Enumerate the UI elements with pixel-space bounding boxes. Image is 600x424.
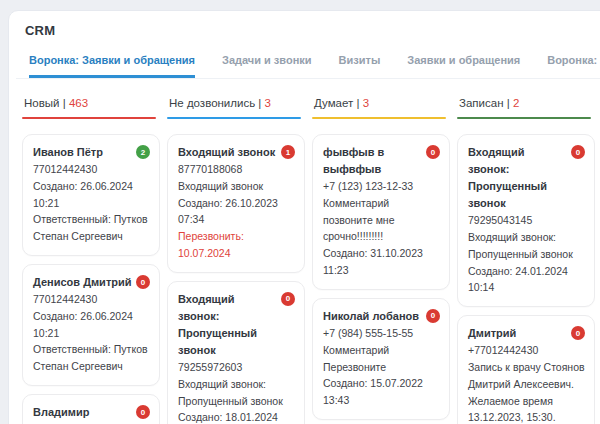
card-header: Входящий звонок: Пропущенный звонок0 (178, 291, 295, 359)
lead-card[interactable]: фывфыв в выфвфыв0+7 (123) 123-12-33Комме… (312, 134, 450, 290)
card-detail-line: Создано: 26.06.2024 10:21 (33, 308, 150, 342)
tab-3[interactable]: Заявки и обращения (407, 54, 520, 78)
tab-0[interactable]: Воронка: Заявки и обращения (29, 54, 195, 78)
card-detail-line: Создано: 31.10.2023 11:23 (323, 245, 440, 279)
card-detail-line: Ответственный: Путков Степан Сергеевич (33, 341, 150, 375)
lead-card[interactable]: Дмитрий0+77012442430Запись к врачу Стоян… (457, 315, 595, 424)
card-title: Николай лобанов (323, 308, 422, 325)
kanban-column-1: Не дозвонились | 3Входящий звонок1877701… (167, 97, 305, 424)
card-detail-line: 77012442430 (33, 161, 150, 178)
card-title: Входящий звонок (178, 144, 277, 161)
card-header: фывфыв в выфвфыв0 (323, 144, 440, 178)
card-detail-line: Входящий звонок: Пропущенный звонок (178, 376, 295, 410)
card-title: Входящий звонок: Пропущенный звонок (468, 144, 567, 212)
card-detail-line: Запись к врачу Стоянов Дмитрий Алексееви… (468, 359, 585, 424)
card-header: Иванов Пётр2 (33, 144, 150, 161)
card-detail-line: Комментарий позвоните мне срочно!!!!!!!!… (323, 195, 440, 245)
column-header: Не дозвонились | 3 (167, 97, 305, 109)
column-cards: фывфыв в выфвфыв0+7 (123) 123-12-33Комме… (312, 134, 450, 424)
tab-1[interactable]: Задачи и звонки (222, 54, 312, 78)
column-name: Не дозвонились (169, 97, 255, 109)
lead-card[interactable]: Иванов Пётр277012442430Создано: 26.06.20… (22, 134, 160, 256)
card-detail-line: Создано: 24.01.2024 10:14 (468, 263, 585, 297)
lead-card[interactable]: Владимир0+77478125288Запись к врачу Стоя… (22, 394, 160, 424)
column-accent-line (22, 117, 156, 119)
card-detail-line: Входящий звонок: Пропущенный звонок (468, 229, 585, 263)
card-title: Владимир (33, 404, 132, 421)
kanban-column-2: Думает | 3фывфыв в выфвфыв0+7 (123) 123-… (312, 97, 450, 424)
task-count-badge: 0 (571, 145, 585, 159)
column-count: 463 (69, 97, 88, 109)
column-cards: Входящий звонок: Пропущенный звонок07929… (457, 134, 595, 424)
task-count-badge: 2 (136, 145, 150, 159)
task-count-badge: 0 (136, 275, 150, 289)
card-detail-line: 87770188068 (178, 161, 295, 178)
column-count: 3 (265, 97, 271, 109)
card-header: Входящий звонок: Пропущенный звонок0 (468, 144, 585, 212)
card-detail-line: 77012442430 (33, 291, 150, 308)
card-title: Денисов Дмитрий (33, 274, 132, 291)
card-detail-line: Создано: 18.01.2024 15:27 (178, 409, 295, 424)
column-accent-line (167, 117, 301, 119)
lead-card[interactable]: Входящий звонок: Пропущенный звонок07929… (457, 134, 595, 307)
column-header: Записан | 2 (457, 97, 595, 109)
kanban-board: Новый | 463Иванов Пётр277012442430Создан… (16, 97, 600, 424)
kanban-column-0: Новый | 463Иванов Пётр277012442430Создан… (22, 97, 160, 424)
tab-4[interactable]: Воронка: Планы лечений (547, 54, 600, 78)
column-header: Новый | 463 (22, 97, 160, 109)
column-accent-line (312, 117, 446, 119)
card-header: Входящий звонок1 (178, 144, 295, 161)
column-cards: Иванов Пётр277012442430Создано: 26.06.20… (22, 134, 160, 424)
card-detail-line: 79295043145 (468, 212, 585, 229)
kanban-column-3: Записан | 2Входящий звонок: Пропущенный … (457, 97, 595, 424)
task-count-badge: 1 (281, 145, 295, 159)
page-title: CRM (16, 23, 600, 38)
card-header: Николай лобанов0 (323, 308, 440, 325)
tab-bar: Воронка: Заявки и обращенияЗадачи и звон… (16, 54, 600, 79)
card-detail-line: Создано: 26.10.2023 07:34 (178, 195, 295, 229)
card-detail-line: +7 (123) 123-12-33 (323, 178, 440, 195)
card-detail-line: Входящий звонок (178, 178, 295, 195)
column-name: Новый (24, 97, 60, 109)
task-count-badge: 0 (426, 145, 440, 159)
column-count: 3 (363, 97, 369, 109)
lead-card[interactable]: Николай лобанов0+7 (984) 555-15-55Коммен… (312, 298, 450, 420)
tab-2[interactable]: Визиты (339, 54, 381, 78)
card-detail-line: Ответственный: Путков Степан Сергеевич (33, 211, 150, 245)
card-detail-line: Создано: 26.06.2024 10:21 (33, 178, 150, 212)
card-header: Денисов Дмитрий0 (33, 274, 150, 291)
card-header: Владимир0 (33, 404, 150, 421)
column-name: Думает (314, 97, 353, 109)
task-count-badge: 0 (571, 326, 585, 340)
card-detail-line: +7 (984) 555-15-55 (323, 325, 440, 342)
card-detail-line: +77012442430 (468, 342, 585, 359)
task-count-badge: 0 (281, 292, 295, 306)
task-count-badge: 0 (136, 405, 150, 419)
column-name: Записан (459, 97, 504, 109)
column-header: Думает | 3 (312, 97, 450, 109)
task-count-badge: 0 (426, 309, 440, 323)
column-accent-line (457, 117, 591, 119)
card-detail-line: Создано: 15.07.2022 13:43 (323, 375, 440, 409)
column-cards: Входящий звонок187770188068Входящий звон… (167, 134, 305, 424)
card-title: фывфыв в выфвфыв (323, 144, 422, 178)
crm-panel: CRM Воронка: Заявки и обращенияЗадачи и … (8, 10, 600, 424)
lead-card[interactable]: Денисов Дмитрий077012442430Создано: 26.0… (22, 264, 160, 386)
lead-card[interactable]: Входящий звонок187770188068Входящий звон… (167, 134, 305, 273)
card-callback-alert: Перезвонить: 10.07.2024 (178, 228, 295, 262)
column-count: 2 (513, 97, 519, 109)
card-header: Дмитрий0 (468, 325, 585, 342)
lead-card[interactable]: Входящий звонок: Пропущенный звонок07925… (167, 281, 305, 424)
card-title: Дмитрий (468, 325, 567, 342)
card-detail-line: Комментарий (323, 342, 440, 359)
card-title: Иванов Пётр (33, 144, 132, 161)
card-detail-line: Перезвоните (323, 359, 440, 376)
card-detail-line: 79255972603 (178, 359, 295, 376)
card-title: Входящий звонок: Пропущенный звонок (178, 291, 277, 359)
